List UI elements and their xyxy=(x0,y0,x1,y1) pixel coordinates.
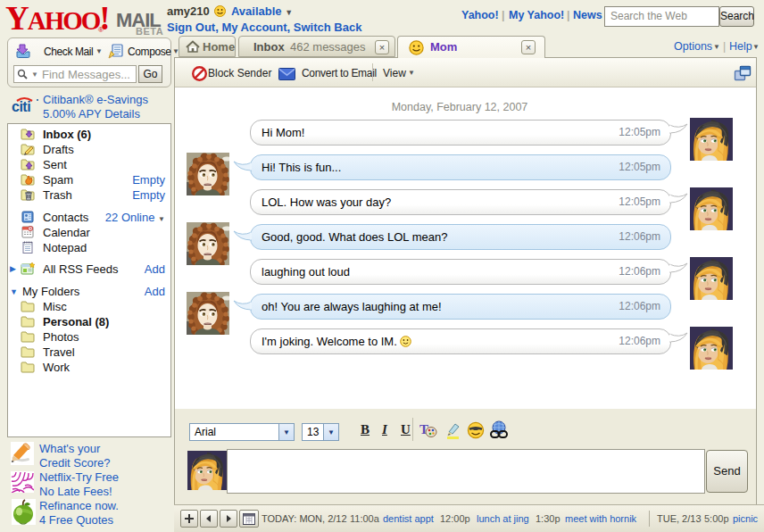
svg-text:citi: citi xyxy=(12,99,30,114)
